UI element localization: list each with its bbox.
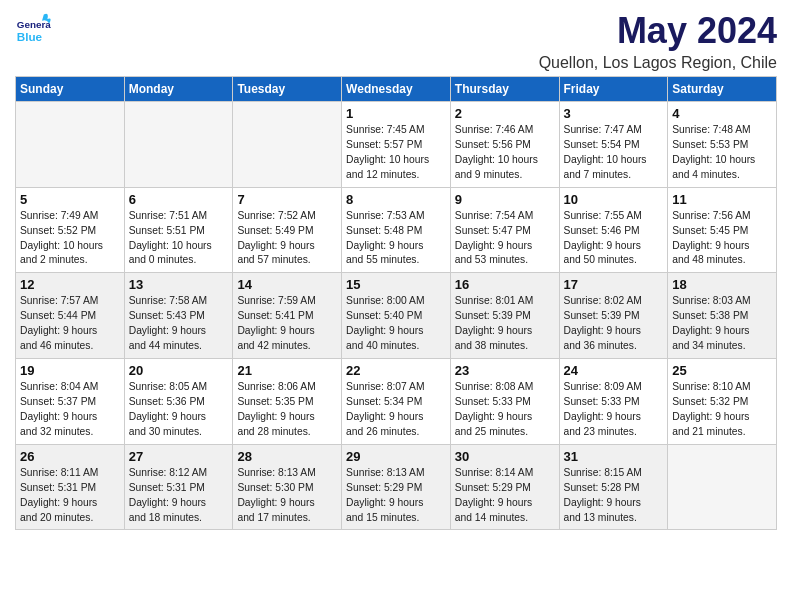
day-cell: 28Sunrise: 8:13 AM Sunset: 5:30 PM Dayli… — [233, 444, 342, 530]
day-number: 29 — [346, 449, 446, 464]
col-monday: Monday — [124, 77, 233, 102]
day-cell: 9Sunrise: 7:54 AM Sunset: 5:47 PM Daylig… — [450, 187, 559, 273]
day-info: Sunrise: 8:10 AM Sunset: 5:32 PM Dayligh… — [672, 380, 772, 440]
day-number: 14 — [237, 277, 337, 292]
day-number: 9 — [455, 192, 555, 207]
week-row-5: 26Sunrise: 8:11 AM Sunset: 5:31 PM Dayli… — [16, 444, 777, 530]
day-number: 31 — [564, 449, 664, 464]
day-cell: 6Sunrise: 7:51 AM Sunset: 5:51 PM Daylig… — [124, 187, 233, 273]
day-info: Sunrise: 8:07 AM Sunset: 5:34 PM Dayligh… — [346, 380, 446, 440]
day-cell: 8Sunrise: 7:53 AM Sunset: 5:48 PM Daylig… — [342, 187, 451, 273]
calendar-table: Sunday Monday Tuesday Wednesday Thursday… — [15, 76, 777, 530]
day-info: Sunrise: 8:02 AM Sunset: 5:39 PM Dayligh… — [564, 294, 664, 354]
day-number: 4 — [672, 106, 772, 121]
day-cell: 5Sunrise: 7:49 AM Sunset: 5:52 PM Daylig… — [16, 187, 125, 273]
day-number: 2 — [455, 106, 555, 121]
day-cell: 11Sunrise: 7:56 AM Sunset: 5:45 PM Dayli… — [668, 187, 777, 273]
day-info: Sunrise: 8:05 AM Sunset: 5:36 PM Dayligh… — [129, 380, 229, 440]
day-info: Sunrise: 7:52 AM Sunset: 5:49 PM Dayligh… — [237, 209, 337, 269]
day-info: Sunrise: 7:48 AM Sunset: 5:53 PM Dayligh… — [672, 123, 772, 183]
day-number: 24 — [564, 363, 664, 378]
day-info: Sunrise: 8:14 AM Sunset: 5:29 PM Dayligh… — [455, 466, 555, 526]
day-number: 23 — [455, 363, 555, 378]
day-number: 8 — [346, 192, 446, 207]
day-info: Sunrise: 8:15 AM Sunset: 5:28 PM Dayligh… — [564, 466, 664, 526]
day-cell: 24Sunrise: 8:09 AM Sunset: 5:33 PM Dayli… — [559, 359, 668, 445]
day-cell: 15Sunrise: 8:00 AM Sunset: 5:40 PM Dayli… — [342, 273, 451, 359]
day-info: Sunrise: 8:01 AM Sunset: 5:39 PM Dayligh… — [455, 294, 555, 354]
day-cell: 10Sunrise: 7:55 AM Sunset: 5:46 PM Dayli… — [559, 187, 668, 273]
day-number: 6 — [129, 192, 229, 207]
day-number: 5 — [20, 192, 120, 207]
day-number: 11 — [672, 192, 772, 207]
svg-text:Blue: Blue — [17, 30, 43, 43]
day-number: 26 — [20, 449, 120, 464]
col-saturday: Saturday — [668, 77, 777, 102]
day-info: Sunrise: 7:58 AM Sunset: 5:43 PM Dayligh… — [129, 294, 229, 354]
col-thursday: Thursday — [450, 77, 559, 102]
day-info: Sunrise: 7:46 AM Sunset: 5:56 PM Dayligh… — [455, 123, 555, 183]
day-cell: 13Sunrise: 7:58 AM Sunset: 5:43 PM Dayli… — [124, 273, 233, 359]
day-number: 16 — [455, 277, 555, 292]
day-cell: 1Sunrise: 7:45 AM Sunset: 5:57 PM Daylig… — [342, 102, 451, 188]
day-number: 15 — [346, 277, 446, 292]
day-number: 13 — [129, 277, 229, 292]
day-info: Sunrise: 7:47 AM Sunset: 5:54 PM Dayligh… — [564, 123, 664, 183]
col-tuesday: Tuesday — [233, 77, 342, 102]
col-sunday: Sunday — [16, 77, 125, 102]
day-number: 12 — [20, 277, 120, 292]
day-cell: 26Sunrise: 8:11 AM Sunset: 5:31 PM Dayli… — [16, 444, 125, 530]
day-info: Sunrise: 8:09 AM Sunset: 5:33 PM Dayligh… — [564, 380, 664, 440]
day-cell: 31Sunrise: 8:15 AM Sunset: 5:28 PM Dayli… — [559, 444, 668, 530]
week-row-3: 12Sunrise: 7:57 AM Sunset: 5:44 PM Dayli… — [16, 273, 777, 359]
header-row: Sunday Monday Tuesday Wednesday Thursday… — [16, 77, 777, 102]
day-info: Sunrise: 7:51 AM Sunset: 5:51 PM Dayligh… — [129, 209, 229, 269]
day-info: Sunrise: 8:13 AM Sunset: 5:30 PM Dayligh… — [237, 466, 337, 526]
day-cell: 22Sunrise: 8:07 AM Sunset: 5:34 PM Dayli… — [342, 359, 451, 445]
day-cell: 19Sunrise: 8:04 AM Sunset: 5:37 PM Dayli… — [16, 359, 125, 445]
day-cell: 21Sunrise: 8:06 AM Sunset: 5:35 PM Dayli… — [233, 359, 342, 445]
week-row-2: 5Sunrise: 7:49 AM Sunset: 5:52 PM Daylig… — [16, 187, 777, 273]
page-header: General Blue May 2024 Quellon, Los Lagos… — [15, 10, 777, 72]
day-number: 19 — [20, 363, 120, 378]
day-info: Sunrise: 8:13 AM Sunset: 5:29 PM Dayligh… — [346, 466, 446, 526]
day-info: Sunrise: 8:06 AM Sunset: 5:35 PM Dayligh… — [237, 380, 337, 440]
day-info: Sunrise: 7:56 AM Sunset: 5:45 PM Dayligh… — [672, 209, 772, 269]
day-info: Sunrise: 7:49 AM Sunset: 5:52 PM Dayligh… — [20, 209, 120, 269]
day-info: Sunrise: 8:11 AM Sunset: 5:31 PM Dayligh… — [20, 466, 120, 526]
day-cell — [233, 102, 342, 188]
day-cell: 29Sunrise: 8:13 AM Sunset: 5:29 PM Dayli… — [342, 444, 451, 530]
day-cell: 7Sunrise: 7:52 AM Sunset: 5:49 PM Daylig… — [233, 187, 342, 273]
svg-text:General: General — [17, 19, 51, 30]
day-info: Sunrise: 7:55 AM Sunset: 5:46 PM Dayligh… — [564, 209, 664, 269]
day-cell: 23Sunrise: 8:08 AM Sunset: 5:33 PM Dayli… — [450, 359, 559, 445]
day-cell: 30Sunrise: 8:14 AM Sunset: 5:29 PM Dayli… — [450, 444, 559, 530]
day-cell: 25Sunrise: 8:10 AM Sunset: 5:32 PM Dayli… — [668, 359, 777, 445]
day-cell: 16Sunrise: 8:01 AM Sunset: 5:39 PM Dayli… — [450, 273, 559, 359]
day-info: Sunrise: 7:57 AM Sunset: 5:44 PM Dayligh… — [20, 294, 120, 354]
day-cell — [668, 444, 777, 530]
day-number: 27 — [129, 449, 229, 464]
day-number: 1 — [346, 106, 446, 121]
day-cell — [124, 102, 233, 188]
week-row-1: 1Sunrise: 7:45 AM Sunset: 5:57 PM Daylig… — [16, 102, 777, 188]
day-number: 7 — [237, 192, 337, 207]
col-wednesday: Wednesday — [342, 77, 451, 102]
day-number: 30 — [455, 449, 555, 464]
day-info: Sunrise: 8:08 AM Sunset: 5:33 PM Dayligh… — [455, 380, 555, 440]
day-number: 22 — [346, 363, 446, 378]
day-cell — [16, 102, 125, 188]
logo: General Blue — [15, 10, 55, 46]
day-info: Sunrise: 8:12 AM Sunset: 5:31 PM Dayligh… — [129, 466, 229, 526]
week-row-4: 19Sunrise: 8:04 AM Sunset: 5:37 PM Dayli… — [16, 359, 777, 445]
day-info: Sunrise: 8:04 AM Sunset: 5:37 PM Dayligh… — [20, 380, 120, 440]
day-info: Sunrise: 7:45 AM Sunset: 5:57 PM Dayligh… — [346, 123, 446, 183]
title-block: May 2024 Quellon, Los Lagos Region, Chil… — [539, 10, 777, 72]
day-cell: 18Sunrise: 8:03 AM Sunset: 5:38 PM Dayli… — [668, 273, 777, 359]
calendar-body: 1Sunrise: 7:45 AM Sunset: 5:57 PM Daylig… — [16, 102, 777, 530]
day-info: Sunrise: 8:03 AM Sunset: 5:38 PM Dayligh… — [672, 294, 772, 354]
day-number: 21 — [237, 363, 337, 378]
day-number: 18 — [672, 277, 772, 292]
day-number: 28 — [237, 449, 337, 464]
col-friday: Friday — [559, 77, 668, 102]
